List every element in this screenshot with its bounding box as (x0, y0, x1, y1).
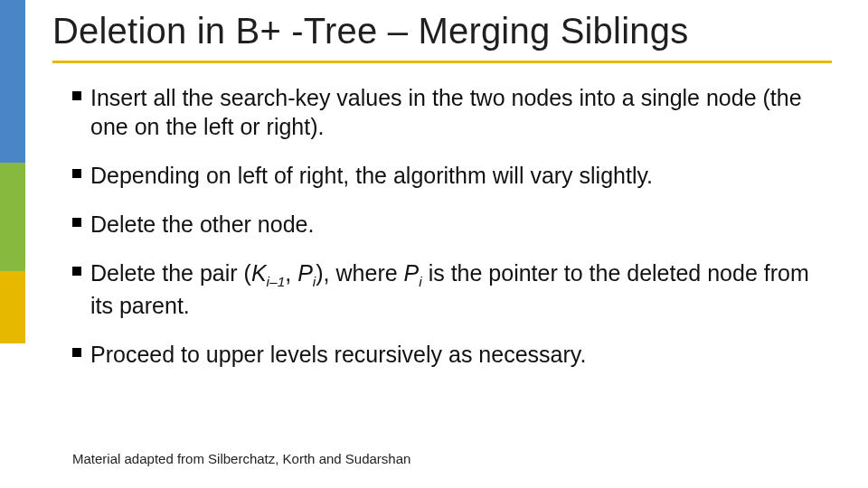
bullet-item: Delete the other node. (72, 210, 823, 239)
text-fragment: Delete the pair ( (90, 260, 251, 286)
bullet-square-icon (72, 267, 81, 276)
bullet-item: Insert all the search-key values in the … (72, 83, 823, 141)
bullet-text: Insert all the search-key values in the … (90, 83, 823, 141)
var-p: P (297, 260, 313, 286)
bullet-item: Delete the pair (Ki–1, Pi), where Pi is … (72, 258, 823, 320)
text-fragment: , (285, 260, 297, 286)
bullet-square-icon (72, 91, 81, 100)
bullet-square-icon (72, 169, 81, 178)
text-fragment: ), where (316, 260, 403, 286)
sub-k: i–1 (267, 274, 286, 289)
slide-title: Deletion in B+ -Tree – Merging Siblings (52, 11, 832, 52)
bullet-item: Proceed to upper levels recursively as n… (72, 340, 823, 369)
body-content: Insert all the search-key values in the … (72, 83, 823, 389)
bullet-square-icon (72, 348, 81, 357)
bullet-square-icon (72, 218, 81, 227)
bullet-text: Proceed to upper levels recursively as n… (90, 340, 586, 369)
bullet-text: Depending on left of right, the algorith… (90, 161, 653, 190)
title-container: Deletion in B+ -Tree – Merging Siblings (52, 11, 832, 63)
var-k: K (251, 260, 267, 286)
slide: Deletion in B+ -Tree – Merging Siblings … (0, 0, 868, 488)
bullet-text: Delete the pair (Ki–1, Pi), where Pi is … (90, 258, 823, 320)
bullet-text: Delete the other node. (90, 210, 314, 239)
bullet-item: Depending on left of right, the algorith… (72, 161, 823, 190)
footer-attribution: Material adapted from Silberchatz, Korth… (72, 451, 410, 466)
accent-bar-green (0, 163, 25, 271)
accent-bar-blue (0, 0, 25, 163)
accent-bar-yellow (0, 271, 25, 343)
var-p2: P (404, 260, 420, 286)
